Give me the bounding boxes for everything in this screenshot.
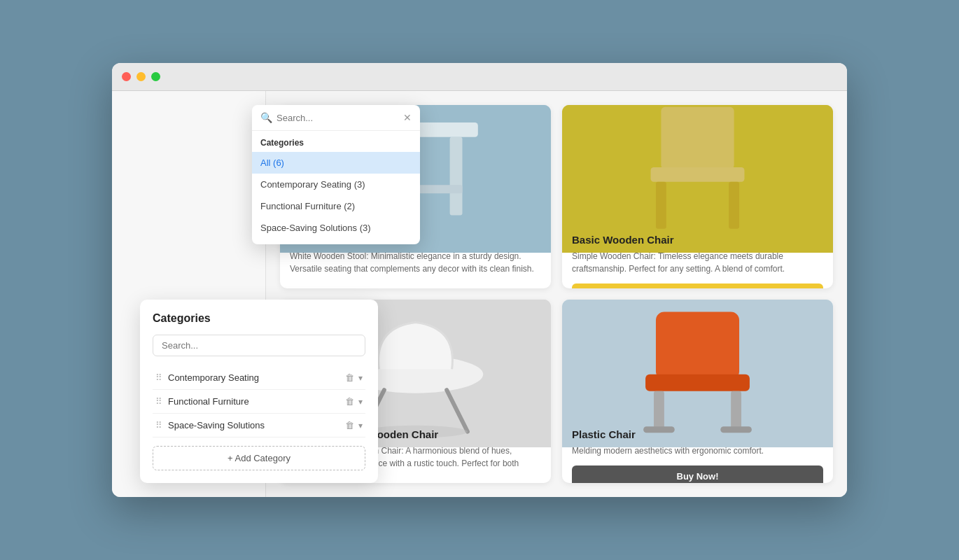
svg-rect-6 — [661, 107, 734, 169]
buy-btn-plastic[interactable]: Buy Now! — [572, 465, 823, 483]
close-dot[interactable] — [122, 72, 131, 81]
search-input[interactable] — [276, 113, 399, 123]
svg-rect-19 — [731, 391, 741, 431]
dropdown-item-functional[interactable]: Functional Furniture (2) — [252, 195, 420, 217]
dropdown-item-all[interactable]: All (6) — [252, 152, 420, 174]
drag-icon-space[interactable]: ⠿ — [155, 420, 162, 430]
cat-item-actions-functional: 🗑 ▾ — [345, 396, 363, 407]
categories-panel: Categories ⠿ Contemporary Seating 🗑 ▾ ⠿ … — [140, 300, 378, 483]
svg-rect-17 — [645, 374, 750, 391]
chevron-icon-contemporary[interactable]: ▾ — [358, 373, 363, 383]
product-desc-stool: White Wooden Stool: Minimalistic eleganc… — [290, 250, 541, 275]
cat-item-name-contemporary: Contemporary Seating — [168, 372, 340, 383]
drag-icon-functional[interactable]: ⠿ — [155, 396, 162, 407]
maximize-dot[interactable] — [151, 72, 160, 81]
svg-rect-3 — [450, 137, 463, 216]
trash-icon-space[interactable]: 🗑 — [345, 420, 354, 430]
dropdown-item-space-saving[interactable]: Space-Saving Solutions (3) — [252, 217, 420, 239]
search-dropdown: 🔍 ✕ Categories All (6) Contemporary Seat… — [252, 105, 420, 244]
svg-rect-9 — [729, 182, 739, 229]
trash-icon-contemporary[interactable]: 🗑 — [345, 372, 354, 383]
cat-list-item-space: ⠿ Space-Saving Solutions 🗑 ▾ — [153, 414, 365, 438]
titlebar — [112, 63, 847, 91]
categories-search-input[interactable] — [153, 335, 365, 356]
chevron-icon-functional[interactable]: ▾ — [358, 397, 363, 407]
cat-list-item-contemporary: ⠿ Contemporary Seating 🗑 ▾ — [153, 366, 365, 390]
product-desc-basic-chair: Simple Wooden Chair: Timeless elegance m… — [572, 250, 823, 275]
cat-item-actions-space: 🗑 ▾ — [345, 420, 363, 430]
buy-btn-basic-chair[interactable]: Buy Now! — [572, 284, 823, 288]
svg-rect-7 — [651, 167, 745, 182]
cat-item-actions-contemporary: 🗑 ▾ — [345, 372, 363, 383]
svg-rect-8 — [656, 182, 666, 229]
product-card-plastic: Plastic Chair Melding modern aesthetics … — [562, 300, 833, 483]
product-image-plastic — [562, 300, 833, 419]
svg-rect-21 — [720, 427, 752, 433]
product-card-basic-chair: Basic Wooden Chair Simple Wooden Chair: … — [562, 105, 833, 288]
search-icon: 🔍 — [260, 112, 272, 123]
content-area: White Wooden Stool White Wooden Stool: M… — [112, 91, 847, 497]
minimize-dot[interactable] — [136, 72, 146, 81]
cat-item-name-space: Space-Saving Solutions — [168, 420, 340, 430]
trash-icon-functional[interactable]: 🗑 — [345, 396, 354, 407]
cat-list-item-functional: ⠿ Functional Furniture 🗑 ▾ — [153, 390, 365, 414]
categories-panel-title: Categories — [153, 312, 365, 325]
add-category-button[interactable]: + Add Category — [153, 446, 365, 470]
app-window: White Wooden Stool White Wooden Stool: M… — [112, 63, 847, 497]
close-icon[interactable]: ✕ — [403, 112, 412, 123]
svg-rect-20 — [643, 427, 675, 433]
svg-rect-18 — [654, 391, 664, 431]
cat-item-name-functional: Functional Furniture — [168, 396, 340, 407]
product-image-basic-chair — [562, 105, 833, 224]
chevron-icon-space[interactable]: ▾ — [358, 421, 363, 430]
dropdown-section-label: Categories — [252, 131, 420, 152]
dropdown-item-contemporary[interactable]: Contemporary Seating (3) — [252, 174, 420, 195]
search-row: 🔍 ✕ — [252, 105, 420, 131]
svg-rect-16 — [656, 312, 739, 380]
drag-icon-contemporary[interactable]: ⠿ — [155, 372, 162, 383]
